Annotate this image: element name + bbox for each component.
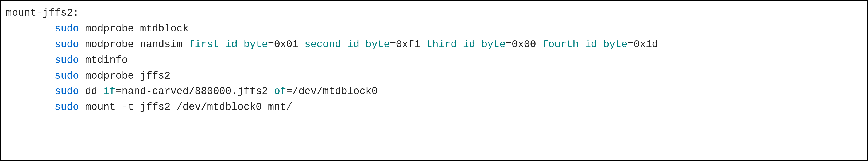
keyword-sudo: sudo	[55, 101, 79, 113]
param-value: /dev/mtdblock0	[292, 86, 378, 97]
equals-sign: =	[286, 86, 292, 97]
param-name: second_id_byte	[304, 39, 390, 50]
command-text: dd	[85, 86, 97, 97]
code-line-label: mount-jffs2:	[6, 5, 862, 21]
command-text: mtdinfo	[85, 54, 128, 66]
indent	[6, 52, 55, 68]
equals-sign: =	[268, 39, 274, 50]
param-name: of	[274, 86, 286, 97]
indent	[6, 84, 55, 99]
param-name: if	[103, 86, 116, 97]
param-name: first_id_byte	[189, 39, 268, 50]
param-value: 0xf1	[396, 39, 421, 50]
command-text: modprobe nandsim	[85, 39, 183, 50]
keyword-sudo: sudo	[55, 86, 79, 97]
command-text: mount -t jffs2 /dev/mtdblock0 mnt/	[85, 101, 292, 113]
param-value: nand-carved/880000.jffs2	[122, 86, 268, 97]
equals-sign: =	[627, 39, 633, 50]
keyword-sudo: sudo	[55, 54, 79, 66]
indent	[6, 68, 55, 84]
param-name: fourth_id_byte	[542, 39, 627, 50]
code-line-4: sudo modprobe jffs2	[6, 68, 862, 84]
param-value: 0x1d	[633, 39, 658, 50]
code-line-2: sudo modprobe nandsim first_id_byte=0x01…	[6, 37, 862, 52]
code-line-3: sudo mtdinfo	[6, 52, 862, 68]
equals-sign: =	[390, 39, 396, 50]
command-text: modprobe mtdblock	[85, 23, 189, 34]
equals-sign: =	[506, 39, 512, 50]
code-line-5: sudo dd if=nand-carved/880000.jffs2 of=/…	[6, 84, 862, 99]
code-block: mount-jffs2: sudo modprobe mtdblock sudo…	[0, 0, 868, 161]
command-text: modprobe jffs2	[85, 70, 170, 82]
makefile-target-label: mount-jffs2:	[6, 7, 79, 19]
param-name: third_id_byte	[427, 39, 506, 50]
keyword-sudo: sudo	[55, 23, 79, 34]
keyword-sudo: sudo	[55, 70, 79, 82]
param-value: 0x01	[274, 39, 298, 50]
code-line-6: sudo mount -t jffs2 /dev/mtdblock0 mnt/	[6, 99, 862, 115]
indent	[6, 21, 55, 37]
equals-sign: =	[116, 86, 122, 97]
code-line-1: sudo modprobe mtdblock	[6, 21, 862, 37]
indent	[6, 99, 55, 115]
keyword-sudo: sudo	[55, 39, 79, 50]
param-value: 0x00	[512, 39, 536, 50]
indent	[6, 37, 55, 52]
